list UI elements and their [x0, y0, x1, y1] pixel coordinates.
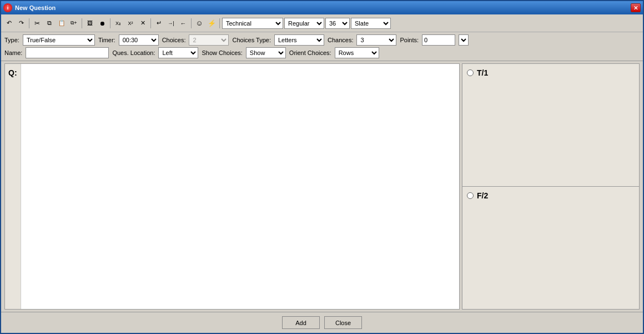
points-dropdown[interactable] [459, 34, 469, 46]
question-label: Q: [5, 64, 21, 309]
superscript-button[interactable]: X² [125, 17, 136, 29]
ques-location-select[interactable]: Left [158, 47, 198, 58]
choice-label-2: F/2 [477, 191, 488, 200]
form-area: Type: True/False Timer: 00:30 Choices: 2… [1, 32, 643, 61]
arrow-button[interactable]: →| [165, 17, 177, 29]
show-choices-label: Show Choices: [202, 49, 242, 56]
separator-1 [29, 18, 29, 28]
paste-special-icon: ⧉+ [71, 20, 77, 26]
arrow-icon: →| [168, 21, 174, 26]
paste-icon: 📋 [58, 20, 65, 26]
subscript-icon: X₂ [115, 21, 121, 26]
delete-icon: ✕ [140, 19, 145, 27]
choice-item-2: F/2 [462, 187, 639, 309]
insert-image-icon: 🖼 [87, 20, 93, 26]
type-select[interactable]: True/False [23, 34, 95, 46]
main-content: Q: T/1 F/2 [1, 61, 643, 312]
copy-icon: ⧉ [47, 19, 52, 27]
orient-choices-label: Orient Choices: [289, 49, 331, 56]
choice-item-1: T/1 [462, 64, 639, 187]
title-bar: i New Question ✕ [1, 1, 643, 14]
back-icon: ← [180, 20, 187, 27]
close-window-button[interactable]: ✕ [631, 3, 641, 12]
choices-select[interactable]: 2 [189, 34, 229, 46]
record-icon: ⏺ [99, 20, 105, 27]
ques-location-label: Ques. Location: [112, 49, 155, 56]
cut-button[interactable] [32, 17, 43, 29]
add-button[interactable]: Add [282, 316, 320, 329]
name-label: Name: [4, 49, 22, 56]
emoji-icon: ☺ [195, 19, 203, 27]
form-row-1: Type: True/False Timer: 00:30 Choices: 2… [4, 34, 640, 46]
separator-2 [82, 18, 82, 28]
back-button[interactable]: ← [178, 17, 189, 29]
choice-radio-1[interactable] [467, 69, 474, 76]
choices-panel: T/1 F/2 [462, 63, 640, 310]
form-row-2: Name: Ques. Location: Left Show Choices:… [4, 47, 640, 58]
insert-image-button[interactable]: 🖼 [84, 17, 95, 29]
special-button[interactable]: ⚡ [206, 17, 217, 29]
font-family-select[interactable]: Technical [222, 18, 283, 29]
cut-icon [34, 19, 40, 27]
title-bar-left: i New Question [3, 3, 56, 12]
app-icon: i [3, 3, 12, 12]
emoji-button[interactable]: ☺ [194, 17, 205, 29]
choice-label-1: T/1 [477, 68, 488, 77]
subscript-button[interactable]: X₂ [113, 17, 124, 29]
main-window: i New Question ✕ ⧉ 📋 ⧉+ 🖼 ⏺ X₂ X² ✕ ↵ →|… [0, 0, 644, 334]
chances-select[interactable]: 3 [356, 34, 396, 46]
close-button[interactable]: Close [324, 316, 362, 329]
timer-label: Timer: [98, 37, 115, 43]
enter-icon: ↵ [157, 19, 162, 27]
orient-choices-select[interactable]: Rows [335, 47, 379, 58]
question-editor[interactable] [21, 64, 459, 309]
delete-button[interactable]: ✕ [137, 17, 148, 29]
copy-button[interactable]: ⧉ [44, 17, 55, 29]
paste-special-button[interactable]: ⧉+ [68, 17, 79, 29]
redo-button[interactable] [16, 17, 27, 29]
undo-icon [7, 19, 12, 27]
choices-label: Choices: [162, 37, 186, 43]
superscript-icon: X² [128, 21, 133, 26]
show-choices-select[interactable]: Show [246, 47, 286, 58]
footer: Add Close [1, 312, 643, 333]
special-icon: ⚡ [208, 19, 216, 27]
separator-3 [110, 18, 110, 28]
record-button[interactable]: ⏺ [97, 17, 108, 29]
paste-button[interactable]: 📋 [56, 17, 67, 29]
toolbar: ⧉ 📋 ⧉+ 🖼 ⏺ X₂ X² ✕ ↵ →| ← ☺ ⚡ Technical … [1, 14, 643, 32]
name-input[interactable] [26, 47, 109, 58]
separator-5 [191, 18, 192, 28]
question-panel: Q: [4, 63, 460, 310]
redo-icon [19, 19, 24, 27]
timer-select[interactable]: 00:30 [119, 34, 159, 46]
choices-type-select[interactable]: Letters [274, 34, 324, 46]
font-size-select[interactable]: 36 [325, 18, 350, 29]
undo-button[interactable] [3, 17, 14, 29]
points-input[interactable] [422, 34, 455, 46]
choices-type-label: Choices Type: [232, 37, 271, 43]
enter-button[interactable]: ↵ [153, 17, 164, 29]
choice-radio-2[interactable] [467, 192, 474, 199]
separator-6 [219, 18, 220, 28]
window-title: New Question [15, 4, 56, 11]
separator-4 [150, 18, 151, 28]
font-style-select[interactable]: Regular [284, 18, 324, 29]
type-label: Type: [4, 37, 19, 43]
chances-label: Chances: [328, 37, 353, 43]
font-color-select[interactable]: Slate [351, 18, 391, 29]
points-label: Points: [400, 37, 419, 43]
